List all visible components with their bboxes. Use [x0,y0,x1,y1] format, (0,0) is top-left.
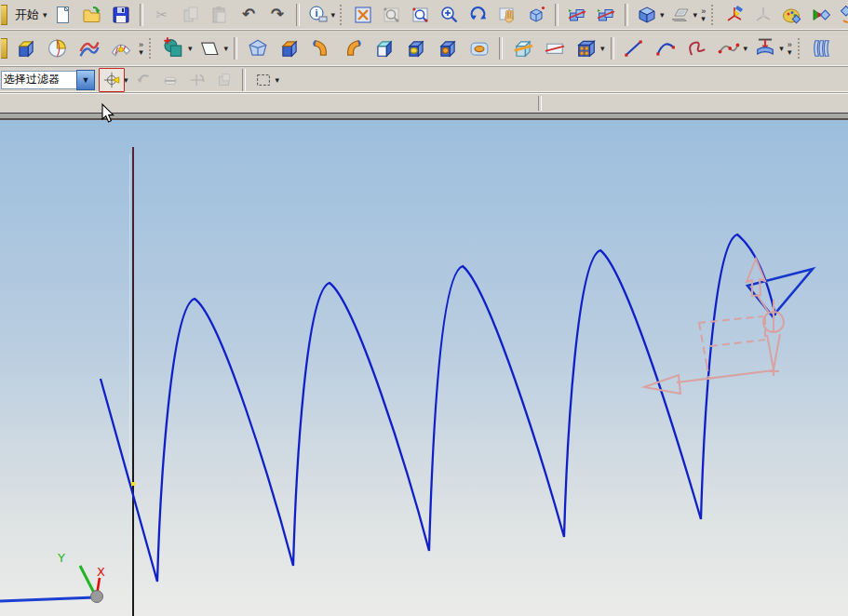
mouse-cursor [0,0,848,616]
